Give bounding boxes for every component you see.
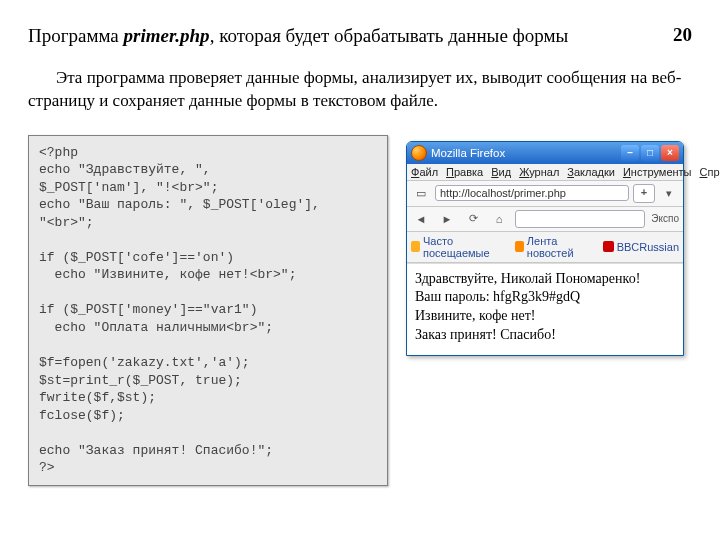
address-bar-row: ▭ http://localhost/primer.php + ▾	[407, 181, 683, 207]
tab-icon: ▭	[411, 187, 431, 200]
bm-bbc[interactable]: BBCRussian	[603, 241, 679, 253]
menu-tools[interactable]: Инструменты	[623, 166, 692, 178]
output-line-4: Заказ принят! Спасибо!	[415, 326, 675, 345]
forward-button[interactable]: ►	[437, 213, 457, 225]
address-bar[interactable]: http://localhost/primer.php	[435, 185, 629, 201]
menu-bar: Файл Правка Вид Журнал Закладки Инструме…	[407, 164, 683, 181]
title-suffix: , которая будет обрабатывать данные форм…	[210, 25, 569, 46]
bookmarks-bar: Часто посещаемые Лента новостей BBCRussi…	[407, 232, 683, 263]
menu-view[interactable]: Вид	[491, 166, 511, 178]
output-line-2: Ваш пароль: hfgRg3k9#gdQ	[415, 288, 675, 307]
slide-title: Программа primer.php, которая будет обра…	[28, 24, 661, 49]
php-code-block: <?php echo "Здравствуйте, ", $_POST['nam…	[28, 135, 388, 486]
page-number: 20	[673, 24, 692, 46]
search-engine-label: Экспо	[651, 213, 679, 224]
star-icon	[411, 241, 420, 252]
browser-titlebar: Mozilla Firefox – □ ×	[407, 142, 683, 164]
intro-paragraph: Эта программа проверяет данные формы, ан…	[28, 67, 692, 113]
menu-help[interactable]: Справка	[700, 166, 720, 178]
menu-bookmarks[interactable]: Закладки	[567, 166, 615, 178]
new-tab-button[interactable]: +	[633, 184, 655, 203]
title-filename: primer.php	[124, 25, 210, 46]
feed-icon	[515, 241, 524, 252]
bm-news-feed[interactable]: Лента новостей	[515, 235, 593, 259]
window-title: Mozilla Firefox	[431, 147, 617, 159]
search-box[interactable]	[515, 210, 645, 228]
nav-toolbar: ◄ ► ⟳ ⌂ Экспо	[407, 207, 683, 232]
menu-journal[interactable]: Журнал	[519, 166, 559, 178]
minimize-button[interactable]: –	[621, 145, 639, 161]
title-prefix: Программа	[28, 25, 124, 46]
maximize-button[interactable]: □	[641, 145, 659, 161]
menu-file[interactable]: Файл	[411, 166, 438, 178]
reload-button[interactable]: ⟳	[463, 212, 483, 225]
output-line-1: Здравствуйте, Николай Пономаренко!	[415, 270, 675, 289]
close-button[interactable]: ×	[661, 145, 679, 161]
bbc-icon	[603, 241, 614, 252]
home-button[interactable]: ⌂	[489, 213, 509, 225]
bm-most-visited[interactable]: Часто посещаемые	[411, 235, 505, 259]
firefox-icon	[411, 145, 427, 161]
menu-edit[interactable]: Правка	[446, 166, 483, 178]
browser-window: Mozilla Firefox – □ × Файл Правка Вид Жу…	[406, 141, 684, 357]
page-viewport: Здравствуйте, Николай Пономаренко! Ваш п…	[407, 263, 683, 356]
dropdown-icon[interactable]: ▾	[659, 187, 679, 200]
back-button[interactable]: ◄	[411, 213, 431, 225]
output-line-3: Извините, кофе нет!	[415, 307, 675, 326]
